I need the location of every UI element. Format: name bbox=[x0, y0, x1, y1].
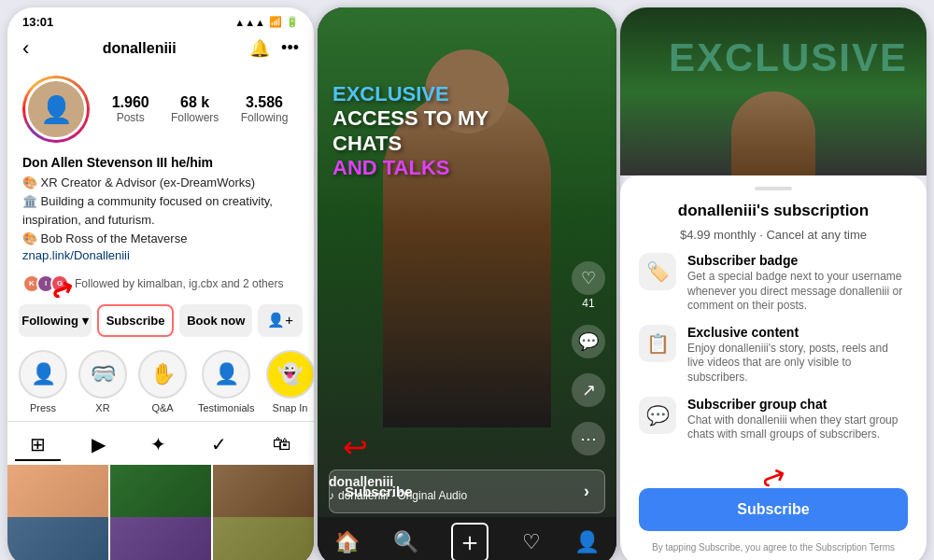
highlight-circle-press: 👤 bbox=[19, 350, 67, 399]
bio-line3: inspiration, and futurism. bbox=[22, 212, 299, 229]
exclusive-overlay: EXCLUSIVE ACCESS TO MY CHATS AND TALKS bbox=[333, 82, 488, 181]
video-nav-bar: 🏠 🔍 ＋ ♡ 👤 bbox=[318, 517, 616, 560]
following-count: 3.586 bbox=[246, 94, 283, 111]
back-button[interactable]: ‹ bbox=[22, 36, 29, 61]
content-feature-text: Exclusive content Enjoy donalleniii's st… bbox=[687, 325, 908, 385]
more-video-action[interactable]: ⋯ bbox=[572, 422, 605, 455]
feature-exclusive-content: 📋 Exclusive content Enjoy donalleniii's … bbox=[639, 325, 908, 385]
chat-feature-desc: Chat with donalleniii when they start gr… bbox=[687, 413, 908, 442]
followed-by-text: Followed by kimalban, ig.cbx and 2 other… bbox=[75, 277, 283, 290]
profile-bio: Don Allen Stevenson III he/him 🎨 XR Crea… bbox=[7, 150, 314, 273]
action-buttons: Following ▾ ↩ Subscribe Book now 👤+ bbox=[7, 299, 314, 343]
video-panel: EXCLUSIVE ACCESS TO MY CHATS AND TALKS ♡… bbox=[318, 7, 616, 560]
feature-group-chat: 💬 Subscriber group chat Chat with donall… bbox=[639, 397, 908, 442]
tab-tagged[interactable]: ✦ bbox=[135, 429, 181, 461]
status-icons: ▲▲▲ 📶 🔋 bbox=[234, 16, 299, 28]
nav-home-icon[interactable]: 🏠 bbox=[334, 530, 360, 554]
battery-icon: 🔋 bbox=[286, 16, 299, 28]
video-subscribe-label: Subscribe bbox=[345, 483, 413, 499]
highlight-circle-xr: 🥽 bbox=[78, 350, 127, 399]
more-icon[interactable]: ••• bbox=[281, 38, 299, 59]
share-icon: ↗ bbox=[572, 373, 605, 407]
book-button[interactable]: Book now bbox=[179, 304, 252, 337]
subscription-terms: By tapping Subscribe, you agree to the S… bbox=[639, 542, 908, 553]
highlights: 👤 Press 🥽 XR ✋ Q&A 👤 Testimonials 👻 Snap… bbox=[7, 343, 314, 421]
subscription-top-bg: EXCLUSIVE bbox=[620, 7, 927, 175]
notification-icon[interactable]: 🔔 bbox=[249, 38, 270, 59]
add-person-icon: 👤+ bbox=[267, 312, 293, 328]
nav-create-icon[interactable]: ＋ bbox=[451, 523, 488, 560]
exclusive-line1: EXCLUSIVE bbox=[333, 82, 488, 106]
nav-search-icon[interactable]: 🔍 bbox=[393, 530, 418, 554]
highlight-qa[interactable]: ✋ Q&A bbox=[138, 350, 187, 413]
heart-icon: ♡ bbox=[572, 261, 605, 295]
photo-cell-6[interactable] bbox=[213, 517, 314, 560]
highlight-circle-testimonials: 👤 bbox=[202, 350, 250, 399]
posts-label: Posts bbox=[117, 111, 145, 124]
highlight-testimonials[interactable]: 👤 Testimonials bbox=[198, 350, 255, 413]
highlight-label-qa: Q&A bbox=[151, 402, 173, 413]
subscribe-label: Subscribe bbox=[106, 314, 165, 328]
content-icon: 📋 bbox=[639, 325, 676, 362]
content-feature-title: Exclusive content bbox=[687, 325, 908, 340]
highlight-xr[interactable]: 🥽 XR bbox=[78, 350, 127, 413]
following-button[interactable]: Following ▾ ↩ bbox=[19, 304, 92, 337]
share-action[interactable]: ↗ bbox=[572, 373, 605, 407]
comment-icon: 💬 bbox=[572, 325, 605, 358]
exclusive-line4: AND TALKS bbox=[333, 156, 488, 180]
nav-profile-icon[interactable]: 👤 bbox=[574, 530, 600, 554]
following-label: Following bbox=[21, 314, 78, 328]
photo-cell-5[interactable] bbox=[110, 517, 211, 560]
chat-feature-title: Subscriber group chat bbox=[687, 397, 908, 412]
comment-action[interactable]: 💬 bbox=[572, 325, 605, 358]
following-label: Following bbox=[241, 111, 289, 124]
badge-feature-title: Subscriber badge bbox=[687, 253, 908, 268]
stats-numbers: 1.960 Posts 68 k Followers 3.586 Followi… bbox=[101, 94, 299, 124]
profile-stats: 👤 1.960 Posts 68 k Followers 3.586 Follo… bbox=[7, 68, 314, 150]
badge-feature-text: Subscriber badge Get a special badge nex… bbox=[687, 253, 908, 314]
more-video-icon: ⋯ bbox=[572, 422, 605, 455]
sheet-handle bbox=[755, 187, 792, 190]
bio-link[interactable]: znap.link/Donalleniii bbox=[22, 247, 299, 264]
following-stat: 3.586 Following bbox=[241, 94, 289, 124]
highlight-circle-snap: 👻 bbox=[266, 350, 314, 399]
posts-count: 1.960 bbox=[112, 94, 149, 111]
tab-shop[interactable]: 🛍 bbox=[258, 429, 306, 461]
terms-text: By tapping Subscribe, you agree to the S… bbox=[652, 542, 895, 553]
highlight-label-xr: XR bbox=[95, 402, 109, 413]
subscription-price: $4.99 monthly · Cancel at any time bbox=[639, 228, 908, 242]
bio-line2: 🏛️ Building a community focused on creat… bbox=[22, 193, 299, 210]
profile-tabs: ⊞ ▶ ✦ ✓ 🛍 bbox=[7, 421, 314, 465]
chat-icon: 💬 bbox=[639, 397, 676, 434]
like-action[interactable]: ♡ 41 bbox=[572, 261, 605, 310]
badge-feature-desc: Get a special badge next to your usernam… bbox=[687, 270, 908, 314]
chevron-down-icon: ▾ bbox=[82, 314, 89, 328]
photo-grid bbox=[7, 465, 314, 560]
tab-reels[interactable]: ▶ bbox=[77, 429, 120, 461]
highlight-press[interactable]: 👤 Press bbox=[19, 350, 67, 413]
chat-feature-text: Subscriber group chat Chat with donallen… bbox=[687, 397, 908, 442]
sub-person-head bbox=[731, 91, 815, 175]
wifi-icon: 📶 bbox=[269, 16, 282, 28]
highlight-label-snap: Snap In bbox=[273, 402, 308, 413]
avatar-ring: 👤 bbox=[22, 76, 90, 143]
nav-icons: 🔔 ••• bbox=[249, 38, 299, 59]
signal-icon: ▲▲▲ bbox=[234, 17, 265, 28]
like-count: 41 bbox=[582, 297, 594, 310]
nav-heart-icon[interactable]: ♡ bbox=[522, 530, 541, 554]
highlight-label-press: Press bbox=[30, 402, 56, 413]
profile-name: Don Allen Stevenson III he/him bbox=[22, 154, 299, 173]
time: 13:01 bbox=[22, 15, 53, 29]
tab-saved[interactable]: ✓ bbox=[196, 429, 242, 461]
subscribe-bar-arrow-icon: › bbox=[584, 482, 589, 501]
subscribe-button[interactable]: Subscribe bbox=[97, 304, 174, 337]
video-subscribe-bar[interactable]: Subscribe › bbox=[329, 469, 605, 513]
exclusive-bg-label: EXCLUSIVE bbox=[669, 35, 908, 80]
photo-cell-4[interactable] bbox=[7, 517, 108, 560]
avatar: 👤 bbox=[25, 78, 87, 140]
bio-line1: 🎨 XR Creator & Advisor (ex-DreamWorks) bbox=[22, 175, 299, 191]
add-person-button[interactable]: 👤+ bbox=[258, 304, 303, 337]
tab-grid[interactable]: ⊞ bbox=[15, 429, 61, 461]
highlight-snap[interactable]: 👻 Snap In bbox=[266, 350, 314, 413]
subscription-sheet: donalleniii's subscription $4.99 monthly… bbox=[620, 175, 927, 560]
